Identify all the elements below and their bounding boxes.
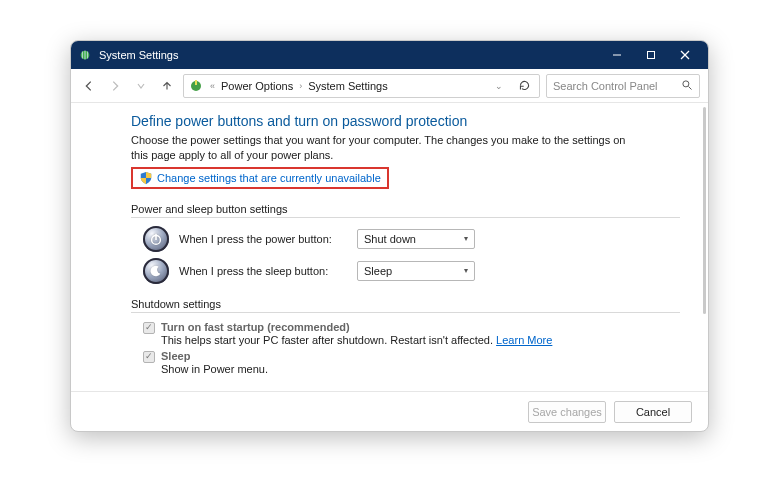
nav-toolbar: « Power Options › System Settings ⌄ Sear… <box>71 69 708 103</box>
svg-point-7 <box>683 80 689 86</box>
save-changes-button[interactable]: Save changes <box>528 401 606 423</box>
maximize-button[interactable] <box>634 41 668 69</box>
minimize-button[interactable] <box>600 41 634 69</box>
fast-startup-checkbox[interactable] <box>143 322 155 334</box>
window-title: System Settings <box>99 49 178 61</box>
breadcrumb-item-system-settings[interactable]: System Settings <box>308 80 387 92</box>
power-options-icon <box>188 78 204 94</box>
titlebar: System Settings <box>71 41 708 69</box>
svg-rect-6 <box>195 80 197 85</box>
sleep-option-row: Sleep <box>143 350 680 363</box>
change-settings-link[interactable]: Change settings that are currently unava… <box>157 172 381 184</box>
section-divider <box>131 312 680 313</box>
sleep-option-label: Sleep <box>161 350 190 362</box>
back-button[interactable] <box>79 76 99 96</box>
svg-rect-2 <box>648 52 655 59</box>
recent-dropdown-icon[interactable] <box>131 76 151 96</box>
uac-shield-icon <box>139 171 153 185</box>
power-button-row: When I press the power button: Shut down… <box>143 226 680 252</box>
content-area: Define power buttons and turn on passwor… <box>71 103 708 391</box>
sleep-button-row: When I press the sleep button: Sleep ▾ <box>143 258 680 284</box>
power-button-select[interactable]: Shut down ▾ <box>357 229 475 249</box>
sleep-option-desc: Show in Power menu. <box>161 363 680 375</box>
svg-line-8 <box>689 86 692 89</box>
up-button[interactable] <box>157 76 177 96</box>
sleep-button-label: When I press the sleep button: <box>179 265 347 277</box>
search-icon <box>681 79 693 93</box>
app-icon <box>77 47 93 63</box>
footer-bar: Save changes Cancel <box>71 391 708 431</box>
section-divider <box>131 217 680 218</box>
power-icon <box>143 226 169 252</box>
system-settings-window: System Settings « Power Options › System… <box>70 40 709 432</box>
search-placeholder: Search Control Panel <box>553 80 658 92</box>
power-button-label: When I press the power button: <box>179 233 347 245</box>
cancel-button[interactable]: Cancel <box>614 401 692 423</box>
sleep-checkbox[interactable] <box>143 351 155 363</box>
learn-more-link[interactable]: Learn More <box>496 334 552 346</box>
breadcrumb-item-power-options[interactable]: Power Options <box>221 80 293 92</box>
breadcrumb-sep-icon: › <box>299 81 302 91</box>
refresh-button[interactable] <box>513 75 535 97</box>
fast-startup-row: Turn on fast startup (recommended) <box>143 321 680 334</box>
scrollbar[interactable] <box>703 107 706 314</box>
change-settings-highlight: Change settings that are currently unava… <box>131 167 389 189</box>
fast-startup-label: Turn on fast startup (recommended) <box>161 321 350 333</box>
power-button-value: Shut down <box>364 233 416 245</box>
forward-button[interactable] <box>105 76 125 96</box>
breadcrumb-back-chevron: « <box>210 81 215 91</box>
chevron-down-icon: ▾ <box>464 266 468 275</box>
page-description: Choose the power settings that you want … <box>131 133 631 163</box>
shutdown-section-label: Shutdown settings <box>131 298 680 310</box>
sleep-icon <box>143 258 169 284</box>
search-input[interactable]: Search Control Panel <box>546 74 700 98</box>
sleep-button-value: Sleep <box>364 265 392 277</box>
chevron-down-icon: ▾ <box>464 234 468 243</box>
breadcrumb-bar[interactable]: « Power Options › System Settings ⌄ <box>183 74 540 98</box>
sleep-button-select[interactable]: Sleep ▾ <box>357 261 475 281</box>
close-button[interactable] <box>668 41 702 69</box>
page-heading: Define power buttons and turn on passwor… <box>131 113 680 129</box>
power-sleep-section-label: Power and sleep button settings <box>131 203 680 215</box>
breadcrumb-dropdown-icon[interactable]: ⌄ <box>491 81 507 91</box>
fast-startup-desc: This helps start your PC faster after sh… <box>161 334 680 346</box>
